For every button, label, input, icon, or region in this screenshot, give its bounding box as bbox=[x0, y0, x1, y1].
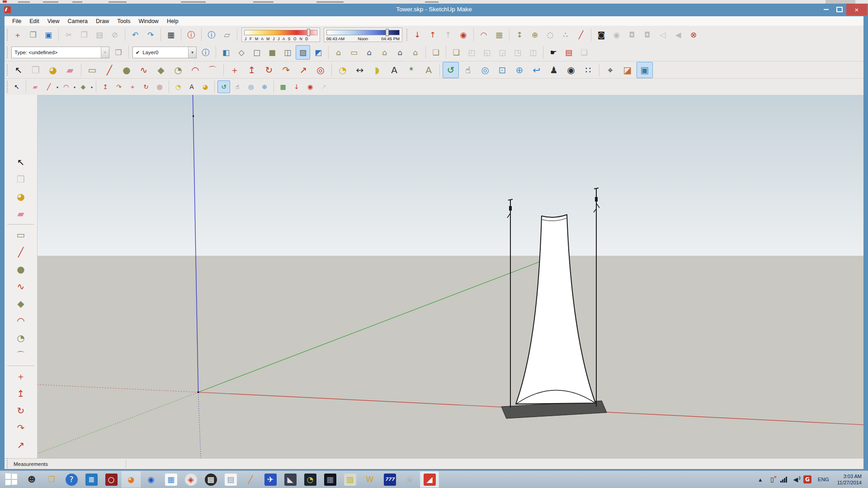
scale-button[interactable]: ↗ bbox=[295, 62, 311, 78]
view-front-button[interactable]: ⌂ bbox=[362, 45, 377, 60]
classifier-tag-button[interactable]: ❒ bbox=[111, 45, 126, 60]
time-slider-thumb[interactable] bbox=[386, 29, 389, 36]
polygon-button[interactable]: ◆ bbox=[153, 62, 169, 78]
menu-view[interactable]: View bbox=[43, 18, 64, 24]
solid-split-button[interactable]: ◫ bbox=[526, 45, 540, 60]
menu-tools[interactable]: Tools bbox=[113, 18, 134, 24]
pan-2-button[interactable]: ☝ bbox=[231, 80, 244, 93]
lt-pie-button[interactable]: ◔ bbox=[13, 330, 29, 346]
zoom-2-button[interactable]: ◎ bbox=[245, 80, 257, 93]
airport-app-taskbar-button[interactable]: ✈ bbox=[261, 471, 280, 488]
reset-camera-button[interactable]: ⊗ bbox=[686, 28, 701, 42]
model-info-button[interactable]: ⓘ bbox=[184, 28, 198, 42]
rotate-2-button[interactable]: ↻ bbox=[140, 80, 152, 93]
position-camera-button[interactable]: ♟ bbox=[546, 62, 562, 78]
section-plane-button[interactable]: ⌖ bbox=[602, 62, 618, 78]
zoom-button[interactable]: ◎ bbox=[477, 62, 493, 78]
offset-2-button[interactable]: ◎ bbox=[153, 80, 166, 93]
audio-device-tray-icon[interactable]: ▯ ✕ bbox=[766, 471, 778, 488]
move-2-button[interactable]: ＋ bbox=[126, 80, 139, 93]
sandbox-from-scratch-button[interactable]: ▦ bbox=[492, 28, 506, 42]
dimension-button[interactable]: ↔ bbox=[352, 62, 368, 78]
sandbox-from-contours-button[interactable]: ◠ bbox=[476, 28, 491, 42]
lt-follow-me-button[interactable]: ↷ bbox=[13, 420, 29, 436]
text-2-button[interactable]: A bbox=[185, 80, 198, 93]
erase-button[interactable]: ⊘ bbox=[108, 28, 122, 42]
lt-make-component-button[interactable]: ❒ bbox=[13, 171, 29, 188]
style-xray-button[interactable]: ▨ bbox=[296, 45, 310, 60]
lt-move-button[interactable]: ＋ bbox=[13, 368, 29, 385]
extension-warehouse-button[interactable]: ◉ bbox=[456, 28, 471, 42]
start-button[interactable] bbox=[2, 471, 21, 488]
photo-viewer-taskbar-button[interactable]: ▦ bbox=[161, 471, 180, 488]
menu-camera[interactable]: Camera bbox=[64, 18, 92, 24]
protractor-button[interactable]: ◗ bbox=[369, 62, 385, 78]
toggle-shadows-button[interactable]: ▱ bbox=[220, 28, 234, 42]
antivirus-tray-icon[interactable]: G bbox=[802, 471, 813, 488]
lt-arc-3pt-button[interactable]: ⌒ bbox=[13, 347, 29, 363]
sketchup-taskbar-button[interactable]: ◢ bbox=[420, 471, 439, 488]
flip-edge-button[interactable]: ╱ bbox=[574, 28, 588, 42]
language-indicator[interactable]: ENG bbox=[818, 477, 829, 482]
follow-me-button[interactable]: ↷ bbox=[278, 62, 294, 78]
offset-button[interactable]: ◎ bbox=[312, 62, 329, 78]
open-button[interactable]: ❐ bbox=[26, 28, 40, 42]
maximize-button[interactable] bbox=[833, 4, 846, 15]
smoove-button[interactable]: ↕ bbox=[512, 28, 527, 42]
type-combo[interactable]: Type: <undefined> ▾ bbox=[11, 47, 109, 58]
form-app-taskbar-button[interactable]: ▤ bbox=[221, 471, 240, 488]
firefox-taskbar-button[interactable]: ◕ bbox=[122, 471, 141, 488]
wings-app-taskbar-button[interactable]: W bbox=[360, 471, 379, 488]
add-detail-button[interactable]: ∴ bbox=[558, 28, 573, 42]
zoom-extents-2-button[interactable]: ⊕ bbox=[258, 80, 271, 93]
style-sketchy-button[interactable]: ◇ bbox=[234, 45, 249, 60]
menu-draw[interactable]: Draw bbox=[92, 18, 113, 24]
paste-button[interactable]: ▤ bbox=[92, 28, 107, 42]
show-frustum-lines-button[interactable]: ◁ bbox=[656, 28, 670, 42]
lt-push-pull-button[interactable]: ↥ bbox=[13, 385, 29, 402]
menu-edit[interactable]: Edit bbox=[25, 18, 43, 24]
file-explorer-taskbar-button[interactable]: ❐ bbox=[42, 471, 61, 488]
lt-line-button[interactable]: ╱ bbox=[13, 244, 29, 260]
arc-3pt-button[interactable]: ⌒ bbox=[204, 62, 221, 78]
view-right-button[interactable]: ⌂ bbox=[377, 45, 392, 60]
arc-button[interactable]: ◠ bbox=[187, 62, 203, 78]
date-slider-thumb[interactable] bbox=[307, 29, 310, 36]
volume-tray-icon[interactable]: ◀ ) bbox=[790, 471, 802, 488]
show-frustum-volume-button[interactable]: ◀ bbox=[671, 28, 685, 42]
cockpit-app-taskbar-button[interactable]: ▦ bbox=[321, 471, 340, 488]
stamp-button[interactable]: ⊕ bbox=[528, 28, 542, 42]
get-models-2-button[interactable]: ↓ bbox=[290, 80, 303, 93]
skull-app-taskbar-button[interactable]: ☠ bbox=[400, 471, 419, 488]
map-app-taskbar-button[interactable]: ▨ bbox=[340, 471, 359, 488]
orbit-button[interactable]: ↺ bbox=[443, 62, 459, 78]
solid-union-button[interactable]: ◱ bbox=[480, 45, 494, 60]
style-back-edges-button[interactable]: ◩ bbox=[311, 45, 326, 60]
share-model-2-button[interactable]: ↗ bbox=[317, 80, 330, 93]
arc-2-button[interactable]: ◠▾ bbox=[60, 80, 76, 93]
line-button[interactable]: ╱ bbox=[101, 62, 118, 78]
new-button[interactable]: ＋ bbox=[10, 28, 25, 42]
select-2-button[interactable]: ↖ bbox=[10, 80, 23, 93]
layer-combo[interactable]: ✔ Layer0 ▾ bbox=[132, 47, 197, 58]
zoom-previous-button[interactable]: ↩ bbox=[528, 62, 545, 78]
zoom-extents-button[interactable]: ⊕ bbox=[511, 62, 528, 78]
lt-rectangle-button[interactable]: ▭ bbox=[13, 227, 29, 243]
help-app-taskbar-button[interactable]: ? bbox=[62, 471, 81, 488]
lt-polygon-button[interactable]: ◆ bbox=[13, 296, 29, 312]
tape-measure-button[interactable]: ◔ bbox=[335, 62, 351, 78]
zoom-window-button[interactable]: ⊡ bbox=[494, 62, 510, 78]
clock[interactable]: 3:03 AM 11/27/2014 bbox=[837, 473, 862, 486]
solid-intersect-button[interactable]: ◰ bbox=[464, 45, 479, 60]
orbit-2-button[interactable]: ↺ bbox=[217, 80, 230, 93]
orange-tool-app-taskbar-button[interactable]: ╱ bbox=[241, 471, 260, 488]
lt-freehand-button[interactable]: ∿ bbox=[13, 278, 29, 295]
freehand-button[interactable]: ∿ bbox=[136, 62, 152, 78]
shadow-settings-button[interactable]: ⓘ bbox=[204, 28, 219, 42]
3d-text-button[interactable]: A bbox=[420, 62, 437, 78]
qr-app-taskbar-button[interactable]: ▩ bbox=[201, 471, 220, 488]
share-model-button[interactable]: ↑ bbox=[425, 28, 440, 42]
menu-window[interactable]: Window bbox=[134, 18, 162, 24]
undo-button[interactable]: ↶ bbox=[128, 28, 142, 42]
paint-bucket-2-button[interactable]: ◕ bbox=[199, 80, 212, 93]
